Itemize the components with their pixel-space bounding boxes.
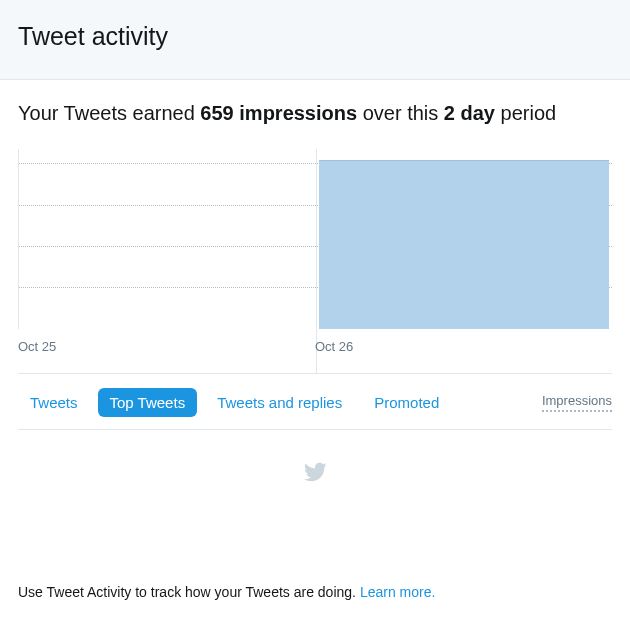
impressions-chart: Oct 25Oct 26	[18, 149, 612, 374]
footer: Use Tweet Activity to track how your Twe…	[18, 584, 435, 600]
summary-prefix: Your Tweets earned	[18, 102, 200, 124]
summary-suffix: period	[495, 102, 556, 124]
twitter-bird-icon	[301, 460, 329, 488]
chart-x-label: Oct 25	[18, 339, 56, 354]
footer-text: Use Tweet Activity to track how your Twe…	[18, 584, 360, 600]
chart-plot	[18, 149, 612, 329]
twitter-logo-row	[18, 430, 612, 488]
chart-x-axis: Oct 25Oct 26	[18, 329, 612, 374]
metric-label[interactable]: Impressions	[542, 393, 612, 412]
summary-period: 2 day	[444, 102, 495, 124]
page-title: Tweet activity	[18, 22, 612, 51]
chart-x-label: Oct 26	[315, 339, 353, 354]
main: Your Tweets earned 659 impressions over …	[0, 80, 630, 488]
tabs-row: Tweets Top Tweets Tweets and replies Pro…	[18, 374, 612, 430]
tab-promoted[interactable]: Promoted	[362, 388, 451, 417]
summary-impressions: 659 impressions	[200, 102, 357, 124]
learn-more-link[interactable]: Learn more.	[360, 584, 435, 600]
tab-tweets[interactable]: Tweets	[18, 388, 90, 417]
impressions-summary: Your Tweets earned 659 impressions over …	[18, 102, 612, 125]
chart-bar[interactable]	[319, 160, 610, 329]
header: Tweet activity	[0, 0, 630, 80]
tab-top-tweets[interactable]: Top Tweets	[98, 388, 198, 417]
tab-tweets-and-replies[interactable]: Tweets and replies	[205, 388, 354, 417]
summary-mid: over this	[357, 102, 444, 124]
